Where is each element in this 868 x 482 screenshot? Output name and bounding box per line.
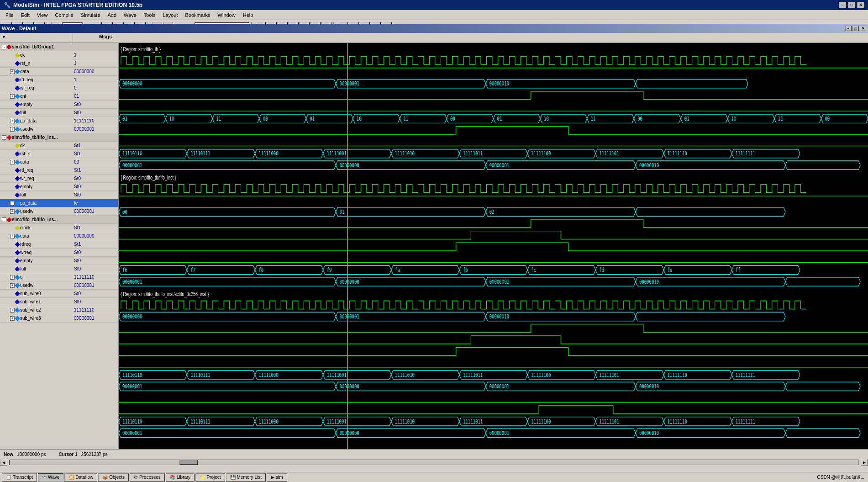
wave-close-button[interactable]: ✕ (860, 26, 866, 31)
signal-row[interactable]: clockSt1 (0, 224, 118, 232)
signal-row[interactable]: +po_data11111110 (0, 117, 118, 125)
menu-help[interactable]: Help (239, 11, 257, 19)
taskbar-dataflow-button[interactable]: 🔀Dataflow (64, 473, 97, 482)
bus-expand-button[interactable]: + (10, 209, 15, 214)
taskbar-sim-button[interactable]: ▶sim (267, 473, 287, 482)
signal-row[interactable]: wr_req0 (0, 84, 118, 92)
bus-expand-button[interactable]: + (10, 69, 15, 74)
signal-row[interactable]: rd_reqSt1 (0, 166, 118, 175)
signal-row[interactable]: sub_wire1St0 (0, 298, 118, 306)
menu-layout[interactable]: Layout (159, 11, 182, 19)
signal-row[interactable]: +data00000000 (0, 232, 118, 240)
signal-row[interactable]: +usedw00000001 (0, 125, 118, 133)
signal-row[interactable]: fullSt0 (0, 265, 118, 273)
close-button[interactable]: ✕ (857, 2, 864, 8)
signal-row[interactable]: -sim:/fifo_tb/Group1 (0, 43, 118, 51)
signal-row[interactable]: +sub_wire211111110 (0, 306, 118, 314)
taskbar-objects-button[interactable]: 📦Objects (98, 473, 129, 482)
scroll-left-button[interactable]: ◀ (0, 459, 7, 466)
signal-row[interactable]: emptySt0 (0, 183, 118, 191)
signal-name-text: usedw (20, 127, 33, 132)
signal-row[interactable]: -sim:/fifo_tb/fifo_ins... (0, 133, 118, 142)
bus-expand-button[interactable]: + (10, 275, 15, 280)
signal-row[interactable]: +usedw00000001 (0, 207, 118, 216)
signal-row[interactable]: +usedw00000001 (0, 281, 118, 290)
bus-expand-button[interactable]: + (10, 283, 15, 288)
signal-row[interactable]: +data00000000 (0, 68, 118, 76)
svg-text:{ Region: sim:/fifo_tb/fifo_in: { Region: sim:/fifo_tb/fifo_inst } (121, 174, 176, 180)
scrollbar-track[interactable] (9, 460, 859, 465)
bus-expand-button[interactable]: + (10, 316, 15, 321)
signal-row[interactable]: +po_datafe (0, 199, 118, 207)
signal-row[interactable]: rd_req1 (0, 76, 118, 84)
waveform-svg[interactable]: { Region: sim:/fifo_tb }0000000000000001… (119, 43, 868, 458)
wave-float-button[interactable]: □ (852, 26, 859, 31)
bus-expand-button[interactable]: + (10, 94, 15, 99)
signal-row[interactable]: +data00 (0, 158, 118, 166)
signal-name-text: empty (20, 184, 32, 189)
menu-add[interactable]: Add (104, 11, 121, 19)
signal-row[interactable]: wr_reqSt0 (0, 175, 118, 183)
taskbar-library-button[interactable]: 📚Library (166, 473, 195, 482)
taskbar-project-button[interactable]: 📁Project (195, 473, 225, 482)
menu-tools[interactable]: Tools (140, 11, 159, 19)
group-expand-button[interactable]: - (2, 45, 6, 49)
signal-name-text: ck (20, 53, 25, 58)
signal-row[interactable]: +cnt01 (0, 92, 118, 101)
menu-bookmarks[interactable]: Bookmarks (182, 11, 214, 19)
bus-expand-button[interactable]: + (10, 234, 15, 238)
bus-expand-button[interactable]: + (10, 308, 15, 313)
taskbar-wave-button[interactable]: 〰Wave (38, 473, 63, 482)
taskbar-memory list-button[interactable]: 💾Memory List (226, 473, 266, 482)
signal-name-cell: full (0, 192, 72, 197)
signal-row[interactable]: ckSt1 (0, 142, 118, 150)
signal-value-cell: St0 (72, 299, 118, 304)
signal-row[interactable]: +q11111110 (0, 273, 118, 281)
signal-row[interactable]: emptySt0 (0, 101, 118, 109)
signal-name-cell: empty (0, 184, 72, 189)
signal-value-cell: St1 (72, 151, 118, 156)
scrollbar-thumb[interactable] (179, 460, 198, 465)
taskbar-processes-button[interactable]: ⚙Processes (130, 473, 165, 482)
signal-row[interactable]: rst_n1 (0, 59, 118, 68)
signal-row[interactable]: -sim:/fifo_tb/fifo_ins... (0, 216, 118, 224)
horizontal-scrollbar[interactable]: ◀ ▶ (0, 459, 868, 466)
signal-row[interactable]: fullSt0 (0, 191, 118, 199)
svg-text:11: 11 (778, 115, 783, 122)
group-expand-button[interactable]: - (2, 135, 6, 140)
bus-expand-button[interactable]: + (10, 160, 15, 164)
signal-row[interactable]: fullSt0 (0, 109, 118, 117)
menu-wave[interactable]: Wave (120, 11, 140, 19)
signal-row[interactable]: rst_nSt1 (0, 150, 118, 158)
menu-file[interactable]: File (2, 11, 17, 19)
menu-compile[interactable]: Compile (51, 11, 77, 19)
svg-text:11111010: 11111010 (395, 371, 415, 378)
svg-text:10: 10 (731, 115, 736, 122)
wave-hide-button[interactable]: − (845, 26, 852, 31)
taskbar-transcript-button[interactable]: 📋Transcript (2, 473, 37, 482)
svg-text:01: 01 (497, 115, 502, 122)
signal-row[interactable]: wrreqSt0 (0, 249, 118, 257)
bus-expand-button[interactable]: + (10, 127, 15, 132)
signal-panel[interactable]: -sim:/fifo_tb/Group1ck1rst_n1+data000000… (0, 43, 119, 458)
svg-text:00000001: 00000001 (339, 313, 359, 320)
signal-row[interactable]: rdreqSt1 (0, 240, 118, 249)
signal-row[interactable]: sub_wire0St0 (0, 290, 118, 298)
menu-simulate[interactable]: Simulate (77, 11, 104, 19)
group-expand-button[interactable]: - (2, 217, 6, 222)
svg-text:ff: ff (736, 267, 741, 274)
signal-row[interactable]: emptySt0 (0, 257, 118, 265)
signal-row[interactable]: ck1 (0, 51, 118, 59)
bus-expand-button[interactable]: + (10, 119, 15, 123)
svg-text:11111100: 11111100 (531, 371, 551, 378)
bus-expand-button[interactable]: + (10, 201, 15, 206)
minimize-button[interactable]: − (839, 2, 846, 8)
scroll-right-button[interactable]: ▶ (861, 459, 868, 466)
waveform-panel[interactable]: { Region: sim:/fifo_tb }0000000000000001… (119, 43, 868, 458)
signal-row[interactable]: +sub_wire300000001 (0, 314, 118, 323)
bus-icon (15, 307, 20, 313)
menu-edit[interactable]: Edit (17, 11, 33, 19)
maximize-button[interactable]: □ (848, 2, 855, 8)
menu-view[interactable]: View (33, 11, 52, 19)
menu-window[interactable]: Window (214, 11, 239, 19)
